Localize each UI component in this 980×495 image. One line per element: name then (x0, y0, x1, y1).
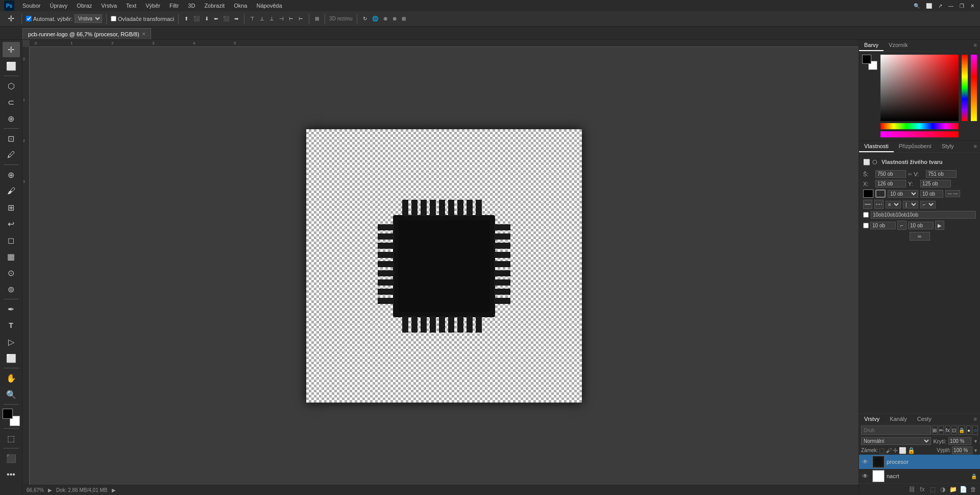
tab-cesty[interactable]: Cesty (912, 414, 937, 424)
align-top-edges-button[interactable]: ⬆ (183, 15, 190, 22)
lock-artboard-button[interactable]: ⬜ (899, 447, 906, 454)
x-input[interactable] (875, 180, 906, 187)
extra-tools-button[interactable]: ••• (3, 467, 20, 482)
layer-vis-nacrt[interactable]: 👁 (862, 473, 870, 480)
pen-tool-button[interactable]: ✒ (3, 301, 20, 317)
quick-select-button[interactable]: ⊕ (3, 111, 20, 126)
corner-select[interactable]: ⌐ (920, 201, 936, 208)
align-left-edges-button[interactable]: ⬅ (212, 15, 219, 22)
lock-transparent-button[interactable]: ⬚ (879, 447, 885, 454)
eraser-tool-button[interactable]: ◻ (3, 232, 20, 248)
target-icon[interactable]: ⊕ (382, 15, 389, 22)
hand-tool-button[interactable]: ✋ (3, 370, 20, 386)
quick-mask-button[interactable]: ⬚ (3, 431, 20, 446)
lock-position-button[interactable]: ✛ (893, 447, 898, 454)
marquee-tool-button[interactable]: ⬡ (3, 78, 20, 93)
gradient-tool-button[interactable]: ▦ (3, 249, 20, 264)
tab-vzornik[interactable]: Vzorník (884, 40, 913, 51)
y-input[interactable] (920, 180, 951, 187)
menu-3d[interactable]: 3D (184, 2, 199, 10)
smooth-button[interactable]: ∞ (910, 232, 930, 241)
corner-radius-input[interactable] (870, 222, 896, 229)
layer-new-button[interactable]: 📄 (959, 485, 968, 494)
fill-input[interactable] (952, 446, 972, 454)
search-icon[interactable]: 🔍 (912, 2, 921, 10)
zoom-tool-button[interactable]: 🔍 (3, 387, 20, 402)
eyedropper-button[interactable]: 🖊 (3, 147, 20, 162)
menu-napoveda[interactable]: Nápověda (252, 2, 286, 10)
foreground-color-swatch[interactable] (3, 409, 13, 419)
tab-vlastnosti[interactable]: Vlastnosti (859, 141, 894, 152)
path-input[interactable] (871, 211, 976, 219)
distribute-top-button[interactable]: ⊤ (249, 15, 256, 22)
transform-checkbox[interactable] (111, 16, 116, 21)
document-tab[interactable]: pcb-runner-logo @ 66,7% (procesor, RGB/8… (22, 28, 151, 39)
blur-tool-button[interactable]: ⊙ (3, 265, 20, 280)
tab-prizpusobeni[interactable]: Přizpůsobení (894, 141, 937, 152)
layer-filter-kind-button[interactable]: ⊞ (932, 426, 938, 435)
align-select[interactable]: ≡ (886, 201, 901, 208)
extra-btn-1[interactable]: ⊞ (313, 15, 321, 22)
brush-tool-button[interactable]: 🖌 (3, 183, 20, 199)
align-right-edges-button[interactable]: ➡ (233, 15, 240, 22)
corners-checkbox[interactable] (863, 223, 869, 228)
move-tool-icon[interactable]: ✛ (4, 12, 17, 26)
alpha-vertical-strip[interactable] (971, 55, 977, 121)
type-tool-button[interactable]: T (3, 318, 20, 333)
layer-mask-button[interactable]: ⬚ (928, 485, 937, 494)
height-input[interactable] (926, 170, 957, 178)
menu-zobrazit[interactable]: Zobrazit (200, 2, 229, 10)
fill-arrow[interactable]: ▼ (973, 448, 978, 453)
hue-strip[interactable] (880, 123, 959, 129)
stroke-swatch[interactable] (875, 190, 886, 198)
layer-group-button[interactable]: 📁 (948, 485, 958, 494)
menu-vyber[interactable]: Výběr (141, 2, 164, 10)
layer-delete-button[interactable]: 🗑 (969, 485, 978, 494)
info-arrow[interactable]: ▶ (112, 487, 116, 493)
distribute-bottom-button[interactable]: ⊥ (268, 15, 276, 22)
shape-tool-button[interactable]: ⬜ (3, 350, 20, 366)
path-select-button[interactable]: ▷ (3, 334, 20, 349)
rotate-3d-button[interactable]: ↻ (361, 15, 369, 22)
dash-option-2[interactable] (874, 200, 884, 209)
align-vertical-centers-button[interactable]: ⬛ (192, 15, 201, 22)
lock-all-button[interactable]: 🔒 (908, 447, 915, 454)
menu-obraz[interactable]: Obraz (72, 2, 96, 10)
stroke-width-input[interactable] (920, 190, 943, 198)
tab-kanaly[interactable]: Kanály (885, 414, 912, 424)
color-swatches[interactable] (3, 409, 20, 426)
corner-expand[interactable]: ▶ (935, 221, 944, 230)
globe-icon[interactable]: 🌐 (371, 15, 380, 22)
saturation-strip[interactable] (880, 131, 959, 137)
layers-panel-menu[interactable]: ≡ (971, 414, 980, 424)
tab-vrstvy[interactable]: Vrstvy (859, 414, 885, 424)
blend-mode-select[interactable]: Normální (861, 437, 931, 445)
distribute-right-button[interactable]: ⊢ (297, 15, 305, 22)
view-icon[interactable]: ⊞ (400, 15, 407, 22)
layer-fx-button[interactable]: fx (918, 485, 927, 494)
heal-brush-button[interactable]: ⊕ (3, 167, 20, 182)
layer-link-button[interactable]: ⛓ (908, 485, 917, 494)
opacity-arrow[interactable]: ▼ (973, 439, 978, 444)
layer-filter-mode-button[interactable]: ⊡ (951, 426, 957, 435)
menu-filtr[interactable]: Filtr (165, 2, 183, 10)
layer-filter-toggle[interactable]: ○ (972, 426, 978, 435)
distribute-vcenter-button[interactable]: ⊥ (258, 15, 266, 22)
canvas-document[interactable] (306, 129, 582, 403)
menu-vrstva[interactable]: Vrstva (97, 2, 121, 10)
link-wh-icon[interactable]: ∞ (908, 171, 912, 177)
status-arrow[interactable]: ▶ (48, 487, 52, 493)
path-checkbox[interactable] (863, 212, 869, 218)
menu-soubor[interactable]: Soubor (18, 2, 44, 10)
layer-vis-procesor[interactable]: 👁 (862, 458, 870, 465)
history-brush-button[interactable]: ↩ (3, 216, 20, 231)
hue-vertical-strip[interactable] (962, 55, 968, 121)
cap-select[interactable]: | (903, 201, 918, 208)
corner-radius-input-2[interactable] (908, 222, 934, 229)
share-icon[interactable]: ↗ (937, 2, 944, 10)
menu-okna[interactable]: Okna (230, 2, 251, 10)
lock-image-button[interactable]: 🖌 (886, 447, 892, 454)
props-panel-menu[interactable]: ≡ (971, 141, 980, 152)
layer-adjustment-button[interactable]: ◑ (938, 485, 947, 494)
color-panel-menu[interactable]: ≡ (971, 40, 980, 51)
